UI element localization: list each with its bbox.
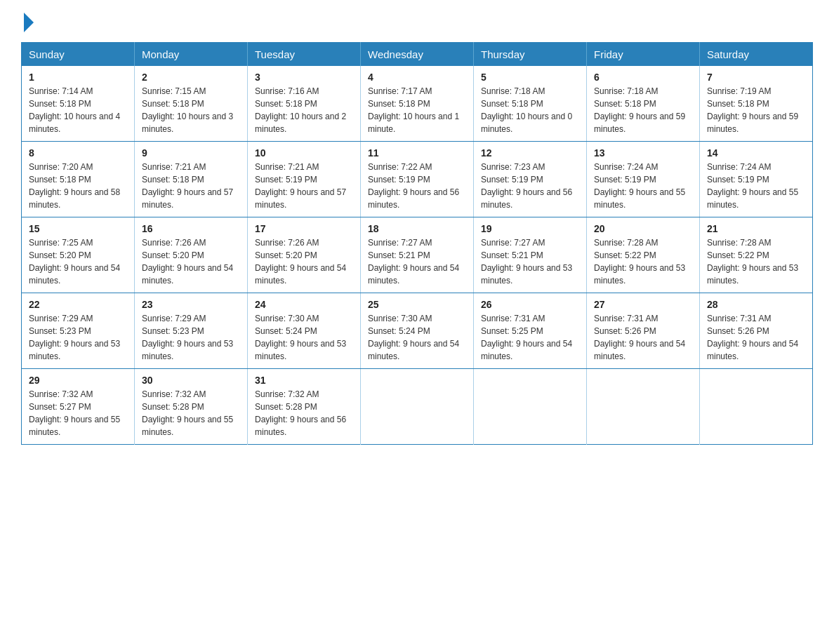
day-info: Sunrise: 7:27 AM Sunset: 5:21 PM Dayligh…: [481, 236, 579, 287]
day-number: 4: [368, 72, 466, 83]
day-info: Sunrise: 7:26 AM Sunset: 5:20 PM Dayligh…: [142, 236, 240, 287]
header-wednesday: Wednesday: [361, 43, 474, 67]
calendar-cell: 5 Sunrise: 7:18 AM Sunset: 5:18 PM Dayli…: [474, 66, 587, 142]
day-number: 2: [142, 72, 240, 83]
calendar-cell: 23 Sunrise: 7:29 AM Sunset: 5:23 PM Dayl…: [135, 293, 248, 369]
calendar-cell: 30 Sunrise: 7:32 AM Sunset: 5:28 PM Dayl…: [135, 369, 248, 445]
day-number: 17: [255, 223, 353, 234]
week-row-2: 8 Sunrise: 7:20 AM Sunset: 5:18 PM Dayli…: [22, 142, 813, 217]
day-number: 6: [594, 72, 692, 83]
day-info: Sunrise: 7:26 AM Sunset: 5:20 PM Dayligh…: [255, 236, 353, 287]
day-info: Sunrise: 7:24 AM Sunset: 5:19 PM Dayligh…: [707, 161, 805, 211]
day-info: Sunrise: 7:30 AM Sunset: 5:24 PM Dayligh…: [368, 312, 466, 363]
day-number: 12: [481, 147, 579, 159]
day-info: Sunrise: 7:15 AM Sunset: 5:18 PM Dayligh…: [142, 85, 240, 135]
day-info: Sunrise: 7:32 AM Sunset: 5:28 PM Dayligh…: [255, 388, 353, 438]
calendar-header-row: SundayMondayTuesdayWednesdayThursdayFrid…: [22, 43, 813, 67]
calendar-cell: [587, 369, 700, 445]
day-number: 25: [368, 299, 466, 310]
day-info: Sunrise: 7:29 AM Sunset: 5:23 PM Dayligh…: [29, 312, 127, 363]
calendar-cell: 12 Sunrise: 7:23 AM Sunset: 5:19 PM Dayl…: [474, 142, 587, 217]
calendar-cell: [361, 369, 474, 445]
day-number: 10: [255, 147, 353, 159]
logo: [21, 14, 34, 29]
day-info: Sunrise: 7:14 AM Sunset: 5:18 PM Dayligh…: [29, 85, 127, 135]
day-info: Sunrise: 7:16 AM Sunset: 5:18 PM Dayligh…: [255, 85, 353, 135]
calendar-cell: 24 Sunrise: 7:30 AM Sunset: 5:24 PM Dayl…: [248, 293, 361, 369]
day-info: Sunrise: 7:27 AM Sunset: 5:21 PM Dayligh…: [368, 236, 466, 287]
day-info: Sunrise: 7:17 AM Sunset: 5:18 PM Dayligh…: [368, 85, 466, 135]
calendar-cell: 16 Sunrise: 7:26 AM Sunset: 5:20 PM Dayl…: [135, 217, 248, 293]
day-info: Sunrise: 7:25 AM Sunset: 5:20 PM Dayligh…: [29, 236, 127, 287]
calendar-cell: 29 Sunrise: 7:32 AM Sunset: 5:27 PM Dayl…: [22, 369, 135, 445]
calendar-cell: 1 Sunrise: 7:14 AM Sunset: 5:18 PM Dayli…: [22, 66, 135, 142]
day-info: Sunrise: 7:21 AM Sunset: 5:18 PM Dayligh…: [142, 161, 240, 211]
day-number: 31: [255, 375, 353, 386]
calendar-cell: 13 Sunrise: 7:24 AM Sunset: 5:19 PM Dayl…: [587, 142, 700, 217]
calendar-cell: 27 Sunrise: 7:31 AM Sunset: 5:26 PM Dayl…: [587, 293, 700, 369]
day-info: Sunrise: 7:30 AM Sunset: 5:24 PM Dayligh…: [255, 312, 353, 363]
day-number: 5: [481, 72, 579, 83]
day-number: 9: [142, 147, 240, 159]
calendar-cell: 14 Sunrise: 7:24 AM Sunset: 5:19 PM Dayl…: [700, 142, 813, 217]
day-info: Sunrise: 7:32 AM Sunset: 5:28 PM Dayligh…: [142, 388, 240, 438]
header-friday: Friday: [587, 43, 700, 67]
week-row-5: 29 Sunrise: 7:32 AM Sunset: 5:27 PM Dayl…: [22, 369, 813, 445]
header-sunday: Sunday: [22, 43, 135, 67]
header-thursday: Thursday: [474, 43, 587, 67]
calendar-cell: [700, 369, 813, 445]
day-number: 13: [594, 147, 692, 159]
day-info: Sunrise: 7:29 AM Sunset: 5:23 PM Dayligh…: [142, 312, 240, 363]
day-number: 8: [29, 147, 127, 159]
calendar-cell: 19 Sunrise: 7:27 AM Sunset: 5:21 PM Dayl…: [474, 217, 587, 293]
logo-arrow-icon: [24, 13, 34, 32]
day-info: Sunrise: 7:18 AM Sunset: 5:18 PM Dayligh…: [481, 85, 579, 135]
page-header: [21, 14, 813, 29]
day-number: 18: [368, 223, 466, 234]
calendar-cell: 6 Sunrise: 7:18 AM Sunset: 5:18 PM Dayli…: [587, 66, 700, 142]
calendar-cell: 31 Sunrise: 7:32 AM Sunset: 5:28 PM Dayl…: [248, 369, 361, 445]
day-info: Sunrise: 7:31 AM Sunset: 5:26 PM Dayligh…: [594, 312, 692, 363]
calendar-cell: 2 Sunrise: 7:15 AM Sunset: 5:18 PM Dayli…: [135, 66, 248, 142]
day-number: 26: [481, 299, 579, 310]
day-number: 15: [29, 223, 127, 234]
day-info: Sunrise: 7:19 AM Sunset: 5:18 PM Dayligh…: [707, 85, 805, 135]
day-info: Sunrise: 7:23 AM Sunset: 5:19 PM Dayligh…: [481, 161, 579, 211]
day-number: 28: [707, 299, 805, 310]
day-number: 21: [707, 223, 805, 234]
day-number: 24: [255, 299, 353, 310]
week-row-1: 1 Sunrise: 7:14 AM Sunset: 5:18 PM Dayli…: [22, 66, 813, 142]
day-number: 11: [368, 147, 466, 159]
day-number: 30: [142, 375, 240, 386]
day-number: 20: [594, 223, 692, 234]
calendar-cell: 20 Sunrise: 7:28 AM Sunset: 5:22 PM Dayl…: [587, 217, 700, 293]
calendar-cell: 15 Sunrise: 7:25 AM Sunset: 5:20 PM Dayl…: [22, 217, 135, 293]
calendar-table: SundayMondayTuesdayWednesdayThursdayFrid…: [21, 42, 813, 445]
day-info: Sunrise: 7:28 AM Sunset: 5:22 PM Dayligh…: [707, 236, 805, 287]
calendar-cell: 7 Sunrise: 7:19 AM Sunset: 5:18 PM Dayli…: [700, 66, 813, 142]
calendar-cell: 17 Sunrise: 7:26 AM Sunset: 5:20 PM Dayl…: [248, 217, 361, 293]
day-number: 7: [707, 72, 805, 83]
day-number: 27: [594, 299, 692, 310]
calendar-cell: 25 Sunrise: 7:30 AM Sunset: 5:24 PM Dayl…: [361, 293, 474, 369]
week-row-3: 15 Sunrise: 7:25 AM Sunset: 5:20 PM Dayl…: [22, 217, 813, 293]
day-number: 16: [142, 223, 240, 234]
day-number: 14: [707, 147, 805, 159]
calendar-cell: 22 Sunrise: 7:29 AM Sunset: 5:23 PM Dayl…: [22, 293, 135, 369]
day-info: Sunrise: 7:22 AM Sunset: 5:19 PM Dayligh…: [368, 161, 466, 211]
day-number: 23: [142, 299, 240, 310]
calendar-cell: 4 Sunrise: 7:17 AM Sunset: 5:18 PM Dayli…: [361, 66, 474, 142]
day-info: Sunrise: 7:31 AM Sunset: 5:25 PM Dayligh…: [481, 312, 579, 363]
calendar-cell: [474, 369, 587, 445]
header-saturday: Saturday: [700, 43, 813, 67]
calendar-cell: 26 Sunrise: 7:31 AM Sunset: 5:25 PM Dayl…: [474, 293, 587, 369]
header-monday: Monday: [135, 43, 248, 67]
day-info: Sunrise: 7:18 AM Sunset: 5:18 PM Dayligh…: [594, 85, 692, 135]
calendar-cell: 8 Sunrise: 7:20 AM Sunset: 5:18 PM Dayli…: [22, 142, 135, 217]
header-tuesday: Tuesday: [248, 43, 361, 67]
day-number: 29: [29, 375, 127, 386]
day-number: 22: [29, 299, 127, 310]
day-number: 3: [255, 72, 353, 83]
calendar-cell: 28 Sunrise: 7:31 AM Sunset: 5:26 PM Dayl…: [700, 293, 813, 369]
day-info: Sunrise: 7:28 AM Sunset: 5:22 PM Dayligh…: [594, 236, 692, 287]
